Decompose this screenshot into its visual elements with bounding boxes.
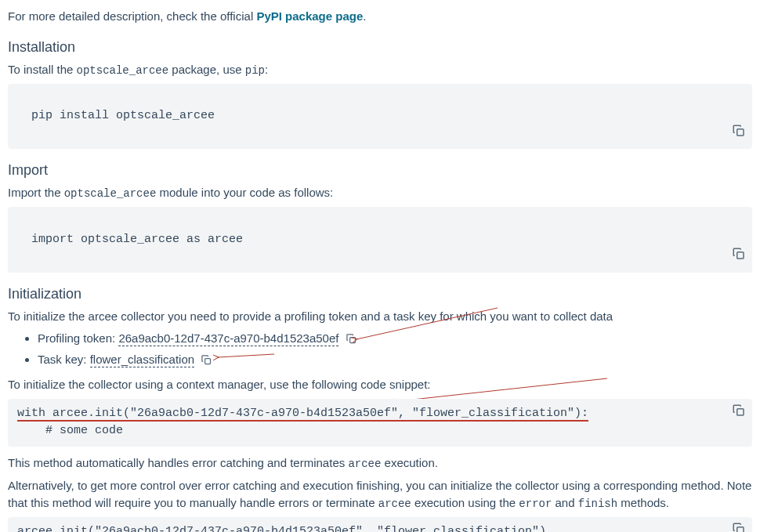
list-item: Profiling token: 26a9acb0-12d7-437c-a970… — [38, 330, 752, 348]
context-text: To initialize the collector using a cont… — [8, 376, 752, 394]
svg-rect-0 — [737, 128, 744, 135]
installation-text: To install the optscale_arcee package, u… — [8, 61, 752, 79]
svg-rect-3 — [205, 358, 211, 364]
svg-rect-2 — [349, 338, 355, 343]
copy-icon[interactable] — [732, 212, 746, 226]
token-value: 26a9acb0-12d7-437c-a970-b4d1523a50ef — [118, 331, 338, 346]
code-install: pip install optscale_arcee — [8, 84, 752, 150]
init-heading: Initialization — [8, 284, 752, 305]
svg-rect-7 — [737, 408, 744, 414]
svg-rect-1 — [737, 252, 744, 259]
copy-icon[interactable] — [201, 354, 212, 366]
copy-icon[interactable] — [346, 333, 357, 345]
copy-icon[interactable] — [732, 522, 746, 532]
task-value: flower_classification — [90, 353, 194, 367]
copy-icon[interactable] — [732, 404, 746, 418]
inline-code-pkg2: optscale_arcee — [64, 187, 157, 200]
installation-heading: Installation — [8, 37, 752, 58]
inline-code: finish — [578, 498, 617, 510]
inline-code: arcee — [348, 458, 381, 470]
inline-code-pkg: optscale_arcee — [77, 64, 169, 77]
method-text: This method automatically handles error … — [8, 454, 752, 472]
code-import: import optscale_arcee as arcee — [8, 207, 752, 273]
svg-rect-8 — [737, 527, 744, 532]
alt-text: Alternatively, to get more control over … — [8, 477, 752, 513]
import-heading: Import — [8, 160, 752, 181]
copy-icon[interactable] — [732, 89, 746, 103]
inline-code-tool: pip — [245, 64, 265, 77]
code-init-context: with arcee.init("26a9acb0-12d7-437c-a970… — [8, 399, 752, 447]
intro-paragraph: For more detailed description, check the… — [8, 8, 752, 26]
import-text: Import the optscale_arcee module into yo… — [8, 184, 752, 202]
list-item: Task key: flower_classification — [38, 351, 752, 369]
init-intro: To initialize the arcee collector you ne… — [8, 308, 752, 326]
init-params-list: Profiling token: 26a9acb0-12d7-437c-a970… — [8, 330, 752, 368]
inline-code: error — [519, 498, 552, 510]
code-init-manual: arcee.init("26a9acb0-12d7-437c-a970-b4d1… — [8, 517, 752, 532]
inline-code: arcee — [378, 498, 411, 510]
pypi-link[interactable]: PyPI package page — [256, 9, 363, 23]
